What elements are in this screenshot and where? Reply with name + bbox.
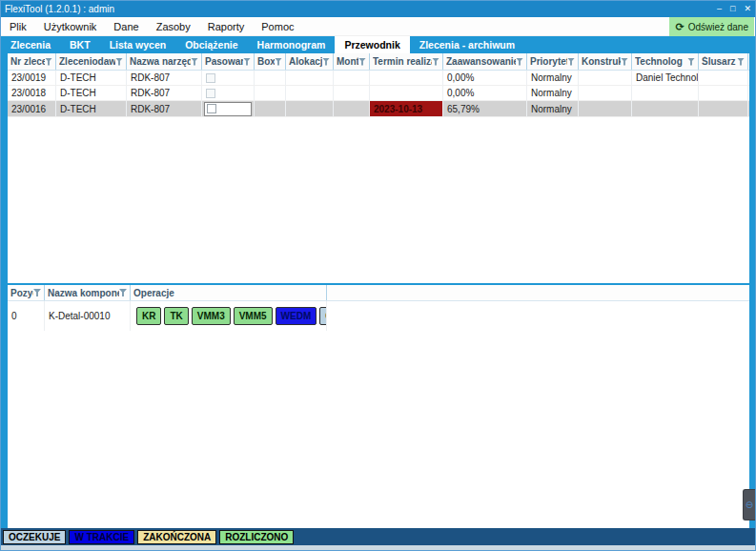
- operation-button-vmm5[interactable]: VMM5: [234, 307, 273, 325]
- components-grid-empty-area: [8, 331, 749, 528]
- grid-panel: Nr zlecenia Zleceniodawca Nazwa narzędzi…: [8, 53, 749, 528]
- table-row[interactable]: 23/0019 D-TECH RDK-807 0,00% Normalny Da…: [8, 71, 749, 86]
- minimize-button[interactable]: –: [717, 5, 722, 13]
- column-header-nr-zlecenia[interactable]: Nr zlecenia: [8, 53, 56, 70]
- cell-konstruktor: [579, 101, 632, 116]
- menu-plik[interactable]: Plik: [1, 21, 35, 32]
- cell-slusarz: [699, 86, 748, 100]
- cell-pasowanie-focused: [202, 101, 255, 116]
- maximize-button[interactable]: □: [730, 5, 735, 13]
- column-header-alokacja[interactable]: Alokacja: [286, 53, 334, 70]
- operation-button-gr[interactable]: GR: [319, 307, 327, 325]
- column-header-box[interactable]: Box: [255, 53, 286, 70]
- cell-montaz: [334, 86, 370, 100]
- filter-icon[interactable]: [322, 58, 330, 66]
- cell-box: [255, 86, 286, 100]
- column-header-konstruktor[interactable]: Konstruktor: [579, 53, 632, 70]
- operation-button-tk[interactable]: TK: [164, 307, 188, 325]
- pasowanie-checkbox[interactable]: [206, 73, 215, 83]
- operation-button-vmm3[interactable]: VMM3: [192, 307, 231, 325]
- menu-dane[interactable]: Dane: [105, 21, 147, 32]
- tab-lista-wycen[interactable]: Lista wycen: [100, 36, 176, 53]
- filter-icon[interactable]: [737, 58, 745, 66]
- window-bottom-edge: [1, 545, 755, 550]
- tab-przewodnik[interactable]: Przewodnik: [335, 36, 409, 53]
- cell-priorytet: Normalny: [527, 101, 579, 116]
- cell-zaawansowanie: 0,00%: [443, 71, 527, 85]
- filter-icon[interactable]: [567, 58, 575, 66]
- filter-icon[interactable]: [45, 58, 52, 66]
- window-title: FlexiTool (1.2.0.1) : admin: [5, 4, 114, 14]
- cell-pasowanie: [202, 86, 255, 100]
- operation-button-wedm[interactable]: WEDM: [276, 307, 317, 325]
- column-header-technolog[interactable]: Technolog: [632, 53, 699, 70]
- column-header-operacje[interactable]: Operacje: [131, 285, 327, 300]
- column-header-termin-realizacji[interactable]: Termin realizacji: [370, 53, 443, 70]
- cell-box: [255, 71, 286, 85]
- operation-button-kr[interactable]: KR: [136, 307, 161, 325]
- column-header-pasowanie[interactable]: Pasowanie: [202, 53, 255, 70]
- filter-icon[interactable]: [516, 58, 523, 66]
- cell-montaz: [334, 101, 370, 116]
- cell-termin: [370, 71, 443, 85]
- window-controls: – □ ✕: [717, 5, 751, 13]
- filter-icon[interactable]: [621, 58, 628, 66]
- close-button[interactable]: ✕: [744, 5, 751, 13]
- cell-alokacja: [286, 71, 334, 85]
- tab-obciazenie[interactable]: Obciążenie: [175, 36, 247, 53]
- legend-zakonczona: ZAKOŃCZONA: [137, 530, 216, 544]
- pasowanie-checkbox[interactable]: [206, 89, 215, 98]
- tab-bkt[interactable]: BKT: [60, 36, 100, 53]
- menu-zasoby[interactable]: Zasoby: [148, 21, 199, 32]
- legend-rozliczono: ROZLICZONO: [219, 530, 294, 544]
- menu-raporty[interactable]: Raporty: [199, 21, 254, 32]
- filter-icon[interactable]: [358, 58, 366, 66]
- cell-zleceniodawca: D-TECH: [56, 86, 127, 100]
- menu-uzytkownik[interactable]: Użytkownik: [35, 21, 106, 32]
- filter-icon[interactable]: [33, 289, 41, 296]
- filter-icon[interactable]: [687, 58, 695, 66]
- cell-konstruktor: [579, 86, 632, 100]
- column-header-pozycja[interactable]: Pozycja: [8, 285, 45, 300]
- side-panel-handle[interactable]: ⊖: [743, 489, 755, 520]
- filter-icon[interactable]: [119, 289, 127, 296]
- cell-nazwa-narzedzia: RDK-807: [127, 101, 202, 116]
- table-row[interactable]: 23/0018 D-TECH RDK-807 0,00% Normalny: [8, 86, 749, 101]
- cell-operacje: KR TK VMM3 VMM5 WEDM GR OK OK: [131, 301, 327, 331]
- filter-icon[interactable]: [191, 58, 198, 66]
- column-header-zaawansowanie[interactable]: Zaawansowanie [%]: [443, 53, 527, 70]
- cell-zaawansowanie: 0,00%: [443, 86, 527, 100]
- pasowanie-checkbox[interactable]: [207, 104, 216, 113]
- cell-alokacja: [286, 101, 334, 116]
- column-header-montaz[interactable]: Montaż: [334, 53, 370, 70]
- refresh-data-button[interactable]: ⟳ Odśwież dane: [669, 17, 754, 36]
- component-row[interactable]: 0 K-Detal-00010 KR TK VMM3 VMM5 WEDM GR …: [8, 301, 749, 331]
- column-header-priorytet[interactable]: Priorytet: [527, 53, 579, 70]
- tab-zlecenia-archiwum[interactable]: Zlecenia - archiwum: [410, 36, 524, 53]
- menu-bar: Plik Użytkownik Dane Zasoby Raporty Pomo…: [1, 17, 755, 36]
- cell-technolog: [632, 101, 699, 116]
- operation-buttons: KR TK VMM3 VMM5 WEDM GR OK OK: [134, 307, 327, 325]
- menu-pomoc[interactable]: Pomoc: [253, 21, 302, 32]
- filter-icon[interactable]: [243, 58, 251, 66]
- status-legend-bar: OCZEKUJE W TRAKCIE ZAKOŃCZONA ROZLICZONO: [1, 528, 755, 545]
- orders-header-row: Nr zlecenia Zleceniodawca Nazwa narzędzi…: [8, 53, 749, 71]
- focused-cell[interactable]: [204, 102, 252, 116]
- cell-priorytet: Normalny: [527, 86, 579, 100]
- filter-icon[interactable]: [432, 58, 439, 66]
- cell-zleceniodawca: D-TECH: [56, 101, 127, 116]
- cell-zaawansowanie: 65,79%: [443, 101, 527, 116]
- refresh-icon: ⟳: [675, 21, 684, 33]
- column-header-zleceniodawca[interactable]: Zleceniodawca: [56, 53, 127, 70]
- filter-icon[interactable]: [115, 58, 123, 66]
- tab-harmonogram[interactable]: Harmonogram: [248, 36, 336, 53]
- column-header-slusarz[interactable]: Ślusarz: [699, 53, 748, 70]
- table-row-selected[interactable]: 23/0016 D-TECH RDK-807 2023-10-13 65,79%…: [8, 101, 749, 117]
- filter-icon[interactable]: [275, 58, 282, 66]
- cell-nazwa-narzedzia: RDK-807: [127, 86, 202, 100]
- column-header-nazwa-komponentu[interactable]: Nazwa komponentu: [45, 285, 131, 300]
- column-header-nazwa-narzedzia[interactable]: Nazwa narzędzia: [127, 53, 202, 70]
- tab-zlecenia[interactable]: Zlecenia: [1, 36, 60, 53]
- collapse-icon: ⊖: [746, 500, 753, 510]
- cell-nr-zlecenia: 23/0018: [8, 86, 56, 100]
